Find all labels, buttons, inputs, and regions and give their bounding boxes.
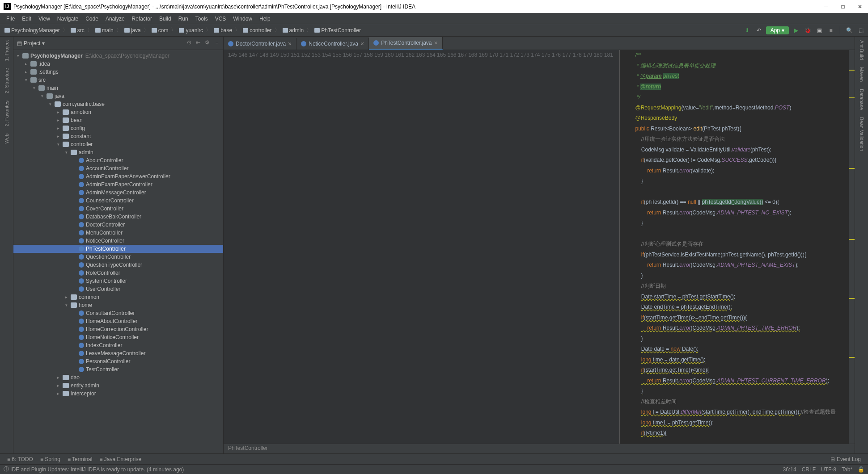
tree-item-controller[interactable]: ▾controller [13,140,223,148]
tree-item-NoticeController[interactable]: NoticeController [13,237,223,245]
tree-item-AccountController[interactable]: AccountController [13,164,223,172]
menu-help[interactable]: Help [256,16,274,22]
maximize-button[interactable]: □ [838,4,847,10]
tree-item-CoverController[interactable]: CoverController [13,205,223,213]
right-tab-Maven[interactable]: Maven [858,63,866,85]
menu-view[interactable]: View [35,16,54,22]
breadcrumb-item[interactable]: main [93,27,115,34]
tree-item--idea[interactable]: ▸.idea [13,60,223,68]
close-tab-icon[interactable]: × [434,39,438,46]
right-tab-Bean-Validation[interactable]: Bean Validation [858,113,866,155]
back-icon[interactable]: ↶ [754,26,763,35]
tree-item-QuestionTypeController[interactable]: QuestionTypeController [13,261,223,269]
encoding[interactable]: UTF-8 [821,466,836,473]
tree-item-QuestionController[interactable]: QuestionController [13,253,223,261]
tree-item-dao[interactable]: ▸dao [13,373,223,382]
tree-item-UserController[interactable]: UserController [13,285,223,293]
tab-NoticeController.java[interactable]: NoticeController.java× [296,38,369,50]
cursor-position[interactable]: 36:14 [783,466,796,473]
menu-navigate[interactable]: Navigate [54,16,82,22]
tree-item-AdminExamPaperController[interactable]: AdminExamPaperController [13,180,223,189]
tree-item-src[interactable]: ▾src [13,76,223,84]
breadcrumb-item[interactable]: com [150,27,170,34]
breadcrumb-item[interactable]: controller [241,27,273,34]
tree-item-IndexController[interactable]: IndexController [13,341,223,349]
right-tab-Ant-Build[interactable]: Ant Build [858,37,866,63]
editor-breadcrumb[interactable]: PhTestController [224,444,855,453]
tree-item-SystemController[interactable]: SystemController [13,277,223,285]
bottom-tab-Java-Enterprise[interactable]: ≡ Java Enterprise [96,456,145,462]
tree-item-AboutController[interactable]: AboutController [13,156,223,164]
left-tab-1-Project[interactable]: 1: Project [3,37,11,64]
left-tab-2-Favorites[interactable]: 2: Favorites [3,97,11,130]
tree-item-annotion[interactable]: ▸annotion [13,108,223,116]
line-gutter[interactable]: 145 146 147 148 149 150 151 152 153 154 … [224,50,620,444]
collapse-icon[interactable]: ⇤ [196,39,200,47]
tab-PhTestController.java[interactable]: PhTestController.java× [369,37,443,50]
settings-icon[interactable]: ⚙ [205,39,210,47]
tree-item-bean[interactable]: ▸bean [13,116,223,124]
breadcrumb-item[interactable]: PhTestController [313,27,363,34]
tree-item-HomeAboutController[interactable]: HomeAboutController [13,317,223,325]
coverage-icon[interactable]: ▣ [815,26,824,35]
tree-item-MenuController[interactable]: MenuController [13,229,223,237]
breadcrumb-item[interactable]: base [212,27,234,34]
tree-item-AdminExamPaperAnswerController[interactable]: AdminExamPaperAnswerController [13,172,223,180]
tree-item-interceptor[interactable]: ▸interceptor [13,390,223,398]
run-config-dropdown[interactable]: App ▾ [766,26,789,34]
tree-item-AdminMessageController[interactable]: AdminMessageController [13,189,223,197]
lock-icon[interactable]: 🔓 [858,466,864,473]
build-icon[interactable]: ⬇ [743,26,752,35]
code-body[interactable]: /** * 编辑心理测试信息表单提交处理 * @param phTest * @… [620,50,848,444]
close-tab-icon[interactable]: × [288,40,292,47]
breadcrumb-item[interactable]: admin [281,27,306,34]
tree-item-java[interactable]: ▾java [13,92,223,100]
tree-item-admin[interactable]: ▾admin [13,148,223,156]
left-tab-Web[interactable]: Web [3,130,11,147]
stop-icon[interactable]: ■ [826,26,835,35]
tree-item-CounselorController[interactable]: CounselorController [13,197,223,205]
menu-build[interactable]: Build [156,16,175,22]
menu-file[interactable]: File [3,16,18,22]
close-button[interactable]: ✕ [855,4,864,10]
minimap[interactable] [848,50,855,444]
tree-item-HomeCorrectionController[interactable]: HomeCorrectionController [13,325,223,333]
tree-item-HomeNoticeController[interactable]: HomeNoticeController [13,333,223,341]
breadcrumb-item[interactable]: src [69,27,86,34]
tree-root[interactable]: ▾ PsychologyManager E:\idea_space\Psycho… [13,52,223,60]
menu-refactor[interactable]: Refactor [128,16,156,22]
menu-analyze[interactable]: Analyze [102,16,128,22]
tree-item-constant[interactable]: ▸constant [13,132,223,140]
menu-edit[interactable]: Edit [18,16,35,22]
tree-item-PersonalController[interactable]: PersonalController [13,357,223,365]
tree-item-home[interactable]: ▾home [13,301,223,309]
tree-item-com-yuanlrc-base[interactable]: ▾com.yuanlrc.base [13,100,223,108]
bottom-tab-Terminal[interactable]: ≡ Terminal [64,456,96,462]
tree-item-config[interactable]: ▸config [13,124,223,132]
breadcrumb-item[interactable]: PsychologyManager [3,27,62,34]
menu-tools[interactable]: Tools [192,16,212,22]
bottom-tab-Spring[interactable]: ≡ Spring [37,456,64,462]
line-ending[interactable]: CRLF [802,466,816,473]
debug-icon[interactable]: 🐞 [803,26,812,35]
indent[interactable]: Tab* [842,466,852,473]
run-icon[interactable]: ▶ [792,26,800,35]
menu-window[interactable]: Window [229,16,256,22]
menu-vcs[interactable]: VCS [212,16,230,22]
bottom-tab-6-TODO[interactable]: ≡ 6: TODO [4,456,37,462]
tree-item-DoctorController[interactable]: DoctorController [13,221,223,229]
left-tab-2-Structure[interactable]: 2: Structure [3,64,11,97]
search-icon[interactable]: 🔍 [845,26,854,35]
tree-item-entity-admin[interactable]: ▸entity.admin [13,382,223,390]
tree-item-main[interactable]: ▾main [13,84,223,92]
tree-item-common[interactable]: ▸common [13,293,223,301]
hide-icon[interactable]: － [214,39,220,47]
target-icon[interactable]: ⊙ [187,39,191,47]
right-tab-Database[interactable]: Database [858,85,866,113]
structure-icon[interactable]: ⬚ [856,26,865,35]
minimize-button[interactable]: ─ [821,4,830,10]
tree-item-ConsultantController[interactable]: ConsultantController [13,309,223,317]
menu-code[interactable]: Code [82,16,102,22]
tree-item-DatabaseBakController[interactable]: DatabaseBakController [13,213,223,221]
tree-item--settings[interactable]: ▸.settings [13,68,223,76]
